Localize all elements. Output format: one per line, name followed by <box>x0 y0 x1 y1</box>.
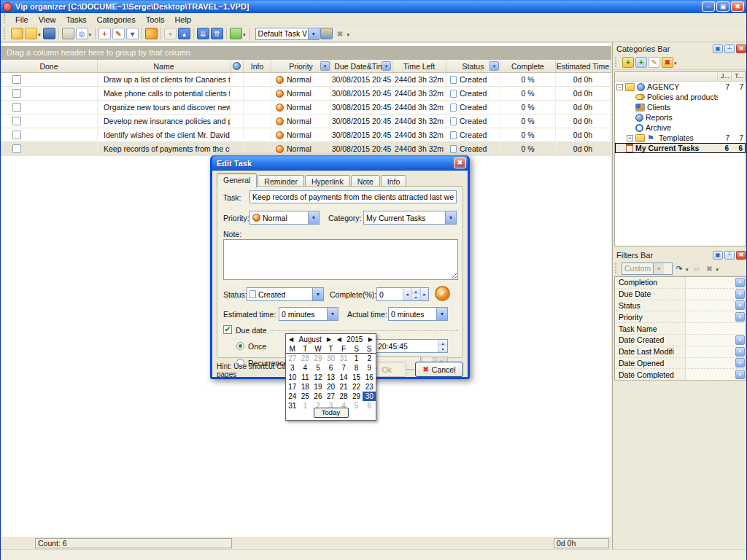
spin-down-icon[interactable]: ▾ <box>438 346 447 353</box>
spin-down-icon[interactable]: ▾ <box>411 295 420 301</box>
calendar-day[interactable]: 17 <box>286 382 299 392</box>
calendar-day[interactable]: 22 <box>350 382 363 392</box>
prev-month-icon[interactable]: ◀ <box>289 336 293 343</box>
calendar-day[interactable]: 23 <box>363 382 376 392</box>
calendar-day[interactable]: 31 <box>337 354 350 363</box>
expander-minus-icon[interactable]: − <box>616 84 623 90</box>
calendar-day[interactable]: 16 <box>363 373 376 382</box>
column-header-priority[interactable]: Priority▾ <box>271 60 331 72</box>
next-month-icon[interactable]: ▶ <box>327 336 331 343</box>
print-preview-icon[interactable]: ◎ <box>76 28 88 39</box>
print-dropdown-icon[interactable]: ▾ <box>89 32 92 38</box>
calendar-day[interactable]: 9 <box>363 363 376 373</box>
leaf-dropdown-icon[interactable]: ▾ <box>243 32 246 38</box>
filters-restore-icon[interactable]: ▣ <box>713 251 723 260</box>
print-icon[interactable] <box>62 28 74 39</box>
close-button[interactable]: ✖ <box>731 1 744 12</box>
calendar-day[interactable]: 8 <box>350 363 363 373</box>
new-file-icon[interactable] <box>11 28 23 39</box>
table-row[interactable]: Organize new tours and discover new dire… <box>1 101 611 114</box>
combo-arrow-icon[interactable]: ▼ <box>445 211 456 224</box>
spin-left-icon[interactable]: ◂ <box>403 288 411 300</box>
category-combo[interactable]: My Current Tasks ▼ <box>363 211 457 225</box>
toolbar-overflow-icon[interactable]: ▾ <box>347 32 350 38</box>
table-row[interactable]: Identify wishes of the client Mr. David … <box>1 128 611 142</box>
calendar-day[interactable]: 18 <box>299 382 312 392</box>
category-item-policies-and-products[interactable]: Policies and products <box>615 92 746 102</box>
toolbar-grip[interactable] <box>4 28 7 39</box>
apply-filter-dropdown-icon[interactable]: ▾ <box>686 267 689 273</box>
category-item-clients[interactable]: Clients <box>615 102 746 112</box>
combo-arrow-icon[interactable]: ▼ <box>436 308 447 320</box>
calendar-day[interactable]: 5 <box>350 401 363 411</box>
menubar-grip[interactable] <box>4 15 7 23</box>
column-header-due-date-time[interactable]: Due Date&Time▾ <box>331 60 392 72</box>
categories-pin-icon[interactable]: ┴ <box>724 44 735 53</box>
today-button[interactable]: Today <box>314 408 349 418</box>
calendar-day[interactable]: 15 <box>350 373 363 382</box>
menu-view[interactable]: View <box>34 15 61 25</box>
calendar-day[interactable]: 19 <box>311 382 325 392</box>
new-category-icon[interactable]: + <box>622 57 634 68</box>
dropdown-icon[interactable]: ▾ <box>735 347 745 357</box>
category-item-reports[interactable]: Reports <box>615 112 746 122</box>
categories-close-icon[interactable]: ✖ <box>736 44 746 53</box>
due-time-spinner[interactable]: 20:45:45 ▴▾ <box>375 339 448 353</box>
spin-right-icon[interactable]: ▸ <box>420 288 428 300</box>
leaf-icon[interactable] <box>230 28 242 39</box>
dropdown-icon[interactable]: ▾ <box>735 300 745 310</box>
estimated-time-combo[interactable]: 0 minutes ▼ <box>279 307 338 321</box>
calendar-day[interactable]: 20 <box>325 382 338 392</box>
column-header-name[interactable]: Name <box>98 60 231 72</box>
calendar-day[interactable]: 25 <box>299 392 312 401</box>
table-row[interactable]: Make phone calls to potential clients fr… <box>1 87 611 101</box>
column-header-time-left[interactable]: Time Left <box>392 60 446 72</box>
spin-up-icon[interactable]: ▴ <box>411 288 420 295</box>
column-header-estimated-time[interactable]: Estimated Time <box>556 60 611 72</box>
calendar-day[interactable]: 10 <box>286 373 299 382</box>
column-header-complete[interactable]: Complete <box>500 60 556 72</box>
expand-all-icon[interactable]: ⇊ <box>197 28 209 39</box>
once-radio[interactable] <box>236 342 244 350</box>
calendar-day[interactable]: 30 <box>363 392 376 401</box>
calendar-day[interactable]: 28 <box>299 354 312 363</box>
filter-dropdown-icon[interactable]: ▾ <box>489 61 499 71</box>
menu-categories[interactable]: Categories <box>92 15 141 25</box>
new-subcategory-icon[interactable]: + <box>635 57 647 68</box>
table-row[interactable]: Keep records of payments from the client… <box>1 142 611 156</box>
task-input[interactable] <box>249 190 457 203</box>
calendar-day[interactable]: 13 <box>325 373 338 382</box>
calendar-day[interactable]: 31 <box>286 401 299 411</box>
category-item-archive[interactable]: Archive <box>615 122 746 133</box>
cancel-button[interactable]: ✖Cancel <box>415 362 463 377</box>
collapse-all-icon[interactable]: ⇈ <box>211 28 223 39</box>
group-by-bar[interactable]: Drag a column header here to group by th… <box>1 46 611 60</box>
filters-overflow-icon[interactable]: ▾ <box>716 267 719 273</box>
tab-general[interactable]: General <box>217 173 257 187</box>
edit-task-icon[interactable]: ✎ <box>112 28 125 39</box>
dropdown-icon[interactable]: ▾ <box>735 370 745 379</box>
calendar-day[interactable]: 27 <box>286 354 299 363</box>
priority-combo[interactable]: Normal ▼ <box>249 211 320 225</box>
menu-tasks[interactable]: Tasks <box>61 15 91 25</box>
save-icon[interactable] <box>43 28 55 39</box>
calendar-day[interactable]: 14 <box>337 373 350 382</box>
apply-filter-icon[interactable]: ↷ <box>673 263 685 274</box>
open-dropdown-icon[interactable]: ▾ <box>38 32 41 38</box>
move-up-icon[interactable]: ▴ <box>178 28 190 39</box>
column-header-status[interactable]: Status▾ <box>446 60 500 72</box>
menu-help[interactable]: Help <box>169 15 196 25</box>
calendar-day[interactable]: 11 <box>299 373 312 382</box>
calendar-day[interactable]: 6 <box>325 363 338 373</box>
categories-overflow-icon[interactable]: ▾ <box>674 61 677 66</box>
calendar-day[interactable]: 2 <box>363 354 376 363</box>
filter-dropdown-icon[interactable]: ▾ <box>382 61 391 71</box>
note-textarea[interactable] <box>223 239 458 280</box>
minimize-button[interactable]: – <box>702 1 715 12</box>
dropdown-icon[interactable]: ▾ <box>735 358 745 368</box>
calendar-day[interactable]: 28 <box>337 392 350 401</box>
add-task-icon[interactable]: + <box>98 28 111 39</box>
dropdown-icon[interactable]: ▾ <box>735 289 745 299</box>
restore-button[interactable]: ▣ <box>716 1 729 12</box>
combo-arrow-icon[interactable]: ▼ <box>312 288 323 300</box>
